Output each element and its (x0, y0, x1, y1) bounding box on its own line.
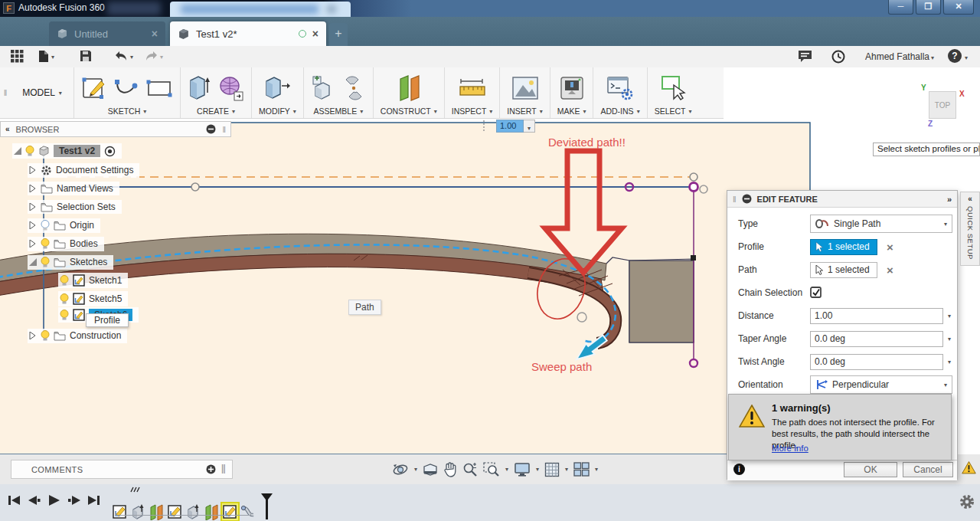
create-sketch-icon[interactable] (81, 75, 107, 101)
help-chevron-icon[interactable]: ▾ (965, 54, 968, 61)
save-icon[interactable] (80, 50, 92, 62)
ok-button[interactable]: OK (844, 462, 897, 477)
viewports-icon[interactable] (573, 462, 590, 477)
ribbon-group-label-select[interactable]: SELECT▾ (655, 105, 692, 116)
timeline-settings-gear-icon[interactable] (959, 493, 975, 510)
select-tool-icon[interactable] (660, 74, 686, 102)
expanded-toggle-icon[interactable] (29, 258, 37, 266)
collapsed-toggle-icon[interactable] (29, 185, 37, 192)
redo-icon[interactable] (144, 50, 159, 62)
help-icon[interactable]: ? (948, 49, 962, 63)
collapsed-toggle-icon[interactable] (29, 221, 37, 229)
type-dropdown[interactable]: Single Path ▾ (810, 215, 952, 233)
clear-profile-selection-icon[interactable]: × (887, 241, 893, 254)
tab-untitled[interactable]: Untitled × (49, 21, 165, 46)
activate-component-icon[interactable] (104, 146, 116, 157)
measure-icon[interactable] (458, 77, 487, 100)
close-tab-icon[interactable]: × (312, 29, 318, 38)
app-grid-icon[interactable] (11, 50, 24, 63)
tree-item-named-views[interactable]: Named Views (28, 180, 119, 197)
tree-item-document-settings[interactable]: Document Settings (28, 162, 139, 179)
grid-chevron-icon[interactable]: ▾ (565, 466, 568, 473)
collapsed-toggle-icon[interactable] (29, 203, 37, 211)
ribbon-group-label-addins[interactable]: ADD-INS▾ (600, 105, 639, 116)
comment-bubble-icon[interactable] (798, 50, 812, 63)
dimension-input[interactable]: 1.00 (496, 120, 524, 133)
tree-item-origin[interactable]: Origin (28, 217, 100, 234)
add-comment-icon[interactable] (206, 464, 216, 474)
bulb-on-icon[interactable] (60, 275, 69, 287)
minimize-button[interactable]: ─ (888, 0, 913, 15)
distance-input[interactable]: 1.00 (810, 308, 943, 324)
user-menu-chevron-icon[interactable]: ▾ (931, 54, 934, 61)
tree-item-root[interactable]: Test1 v2 (12, 143, 122, 159)
orbit-icon[interactable] (392, 462, 409, 477)
tree-item-construction[interactable]: Construction (28, 327, 127, 344)
path-selection-button[interactable]: 1 selected (810, 262, 877, 278)
warning-indicator-icon[interactable] (962, 461, 976, 474)
expanded-toggle-icon[interactable] (14, 147, 21, 155)
tree-item-sketch1[interactable]: Sketch1 (58, 272, 128, 289)
joint-icon[interactable] (343, 75, 366, 101)
toolbar-grip[interactable]: ‖ (0, 67, 11, 118)
collapsed-toggle-icon[interactable] (29, 332, 37, 339)
bulb-on-icon[interactable] (41, 257, 50, 268)
bulb-on-icon[interactable] (25, 146, 34, 157)
pan-hand-icon[interactable] (443, 462, 457, 477)
ribbon-group-label-assemble[interactable]: ASSEMBLE▾ (314, 105, 364, 116)
play-icon[interactable] (47, 494, 60, 506)
cancel-button[interactable]: Cancel (903, 462, 953, 477)
close-button[interactable]: ✕ (943, 0, 974, 15)
grid-settings-icon[interactable] (544, 462, 560, 477)
panel-grip[interactable]: ‖ (222, 125, 226, 134)
dialog-header[interactable]: ‖ EDIT FEATURE » (727, 191, 957, 208)
skip-to-start-icon[interactable] (8, 494, 21, 506)
minimize-dialog-icon[interactable] (742, 194, 752, 204)
collapse-quick-setup-icon[interactable]: « (968, 195, 972, 203)
minimize-panel-icon[interactable] (206, 124, 216, 134)
version-history-clock-icon[interactable] (831, 50, 845, 64)
new-component-icon[interactable] (188, 74, 212, 102)
zoom-window-icon[interactable] (483, 462, 500, 477)
undo-icon[interactable] (113, 50, 129, 62)
workspace-switcher[interactable]: MODEL▾ (11, 67, 74, 118)
3d-print-icon[interactable] (559, 75, 585, 101)
new-tab-button[interactable]: + (329, 23, 348, 46)
timeline-position-marker[interactable] (260, 493, 273, 520)
tree-item-selection-sets[interactable]: Selection Sets (28, 198, 122, 215)
info-icon[interactable]: i (733, 464, 745, 475)
look-at-icon[interactable] (423, 463, 438, 477)
tree-item-sketches[interactable]: Sketches (28, 254, 113, 270)
dialog-grip[interactable]: ‖ (733, 195, 737, 204)
bulb-on-icon[interactable] (60, 310, 69, 321)
orbit-chevron-icon[interactable]: ▾ (414, 466, 417, 473)
ribbon-group-label-insert[interactable]: INSERT▾ (507, 105, 542, 116)
ribbon-group-label-inspect[interactable]: INSPECT▾ (452, 105, 493, 116)
ribbon-group-label-create[interactable]: CREATE▾ (197, 105, 235, 116)
create-form-icon[interactable] (218, 74, 244, 102)
bulb-on-icon[interactable] (41, 330, 50, 342)
collapsed-toggle-icon[interactable] (29, 240, 37, 247)
construct-plane-icon[interactable] (396, 74, 422, 102)
dimension-dropdown[interactable]: ▾ (524, 120, 535, 133)
tree-item-sketch5[interactable]: Sketch5 (58, 290, 128, 307)
collapse-panel-icon[interactable]: « (5, 125, 10, 133)
ribbon-group-label-make[interactable]: MAKE▾ (557, 105, 586, 116)
expand-dialog-icon[interactable]: » (947, 195, 952, 204)
ribbon-group-label-construct[interactable]: CONSTRUCT▾ (381, 105, 437, 116)
redo-chevron-icon[interactable]: ▾ (160, 54, 163, 61)
bulb-off-icon[interactable] (41, 220, 50, 231)
ribbon-group-label-sketch[interactable]: SKETCH▾ (108, 105, 147, 116)
taper-dropdown-icon[interactable]: ▾ (948, 336, 951, 342)
file-menu-icon[interactable] (38, 50, 49, 63)
step-back-icon[interactable] (28, 494, 41, 506)
panel-grip[interactable]: ‖ (220, 463, 226, 477)
rectangle-tool-icon[interactable] (145, 78, 173, 98)
press-pull-icon[interactable] (263, 75, 291, 101)
file-menu-chevron-icon[interactable]: ▾ (51, 54, 54, 61)
scripts-addins-icon[interactable] (606, 75, 634, 101)
bulb-on-icon[interactable] (41, 238, 50, 250)
display-chevron-icon[interactable]: ▾ (536, 466, 539, 473)
display-settings-icon[interactable] (514, 462, 531, 477)
more-info-link[interactable]: More Info (772, 444, 808, 453)
